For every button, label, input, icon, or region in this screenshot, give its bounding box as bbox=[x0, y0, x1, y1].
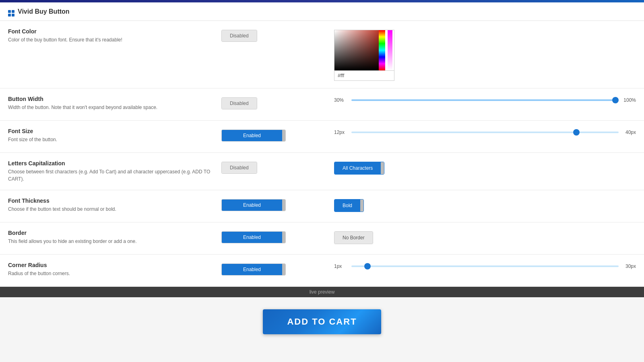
font-thickness-row: Font Thickness Choose if the button text… bbox=[0, 190, 644, 222]
preview-area: ADD TO CART bbox=[0, 297, 644, 346]
button-width-toggle[interactable]: Disabled bbox=[221, 97, 257, 109]
all-characters-toggle[interactable]: All Characters bbox=[334, 162, 384, 175]
letters-cap-desc: Choose between first characters (e.g. Ad… bbox=[8, 168, 221, 183]
button-width-min-label: 30% bbox=[334, 97, 348, 103]
border-label-area: Border This field allows you to hide an … bbox=[8, 230, 221, 245]
color-hex-input[interactable] bbox=[334, 70, 394, 80]
font-size-control: 12px 40px bbox=[334, 128, 636, 135]
preview-bar-label: live preview bbox=[310, 289, 335, 295]
font-thickness-label-area: Font Thickness Choose if the button text… bbox=[8, 197, 221, 213]
button-width-desc: Width of the button. Note that it won't … bbox=[8, 104, 221, 111]
bold-toggle[interactable]: Bold bbox=[334, 199, 364, 212]
font-thickness-control: Bold bbox=[334, 197, 636, 212]
bold-toggle-handle[interactable] bbox=[360, 200, 363, 212]
letters-cap-control: All Characters bbox=[334, 160, 636, 175]
color-alpha[interactable] bbox=[388, 30, 392, 70]
button-width-label: Button Width bbox=[8, 96, 221, 102]
font-thickness-toggle-handle[interactable] bbox=[282, 200, 285, 211]
color-picker[interactable] bbox=[334, 30, 394, 81]
border-enabled-option[interactable]: Enabled bbox=[222, 232, 282, 243]
corner-radius-toggle[interactable]: Enabled bbox=[221, 263, 286, 276]
font-size-row: Font Size Font size of the button. Enabl… bbox=[0, 121, 644, 153]
app-title: Vivid Buy Button bbox=[18, 8, 70, 15]
no-border-option[interactable]: No Border bbox=[334, 232, 373, 244]
button-width-slider[interactable] bbox=[351, 99, 619, 101]
add-to-cart-button[interactable]: ADD TO CART bbox=[263, 309, 381, 334]
button-width-control: 30% 100% bbox=[334, 96, 636, 103]
border-toggle-handle[interactable] bbox=[282, 232, 285, 243]
corner-radius-label: Corner Radius bbox=[8, 262, 221, 268]
button-width-toggle-container: Disabled bbox=[221, 96, 334, 109]
letters-cap-disabled-option[interactable]: Disabled bbox=[222, 162, 257, 173]
font-thickness-enabled-option[interactable]: Enabled bbox=[222, 200, 282, 211]
settings-panel: Font Color Color of the buy button font.… bbox=[0, 21, 644, 287]
preview-bar: live preview bbox=[0, 287, 644, 297]
corner-radius-slider-container: 1px 30px bbox=[334, 263, 636, 269]
button-width-slider-container: 30% 100% bbox=[334, 97, 636, 103]
header: Vivid Buy Button bbox=[0, 2, 644, 21]
border-toggle[interactable]: Enabled bbox=[221, 231, 286, 243]
border-label: Border bbox=[8, 230, 221, 236]
border-row: Border This field allows you to hide an … bbox=[0, 222, 644, 255]
color-gradient-area[interactable] bbox=[334, 30, 394, 70]
font-color-label: Font Color bbox=[8, 28, 221, 35]
button-width-max-label: 100% bbox=[622, 97, 636, 103]
corner-radius-row: Corner Radius Radius of the button corne… bbox=[0, 255, 644, 287]
corner-radius-enabled-option[interactable]: Enabled bbox=[222, 264, 282, 275]
font-size-desc: Font size of the button. bbox=[8, 136, 221, 143]
characters-toggle-handle[interactable] bbox=[381, 162, 384, 174]
font-size-label: Font Size bbox=[8, 128, 221, 134]
corner-radius-max-label: 30px bbox=[622, 263, 636, 269]
font-thickness-desc: Choose if the button text should be norm… bbox=[8, 206, 221, 213]
app-icon bbox=[8, 6, 14, 16]
font-size-toggle-handle[interactable] bbox=[282, 130, 285, 141]
font-color-desc: Color of the buy button font. Ensure tha… bbox=[8, 36, 221, 43]
no-border-toggle[interactable]: No Border bbox=[334, 231, 373, 244]
corner-radius-min-label: 1px bbox=[334, 263, 348, 269]
corner-radius-control: 1px 30px bbox=[334, 262, 636, 269]
corner-radius-toggle-container: Enabled bbox=[221, 262, 334, 276]
font-color-disabled-option[interactable]: Disabled bbox=[222, 30, 257, 41]
letters-cap-row: Letters Capitalization Choose between fi… bbox=[0, 153, 644, 190]
font-size-label-area: Font Size Font size of the button. bbox=[8, 128, 221, 143]
font-thickness-toggle-container: Enabled bbox=[221, 197, 334, 211]
font-size-enabled-option[interactable]: Enabled bbox=[222, 130, 282, 141]
font-size-min-label: 12px bbox=[334, 130, 348, 135]
font-size-toggle-container: Enabled bbox=[221, 128, 334, 142]
border-toggle-container: Enabled bbox=[221, 230, 334, 243]
font-color-control bbox=[334, 28, 636, 81]
font-color-toggle-container: Disabled bbox=[221, 28, 334, 42]
corner-radius-slider[interactable] bbox=[351, 265, 619, 267]
all-characters-option[interactable]: All Characters bbox=[334, 162, 381, 174]
font-color-row: Font Color Color of the buy button font.… bbox=[0, 21, 644, 88]
font-size-slider-container: 12px 40px bbox=[334, 130, 636, 135]
font-size-slider[interactable] bbox=[351, 132, 619, 133]
letters-cap-label-area: Letters Capitalization Choose between fi… bbox=[8, 160, 221, 183]
border-control: No Border bbox=[334, 230, 636, 244]
border-desc: This field allows you to hide an existin… bbox=[8, 238, 221, 245]
letters-cap-toggle-container: Disabled bbox=[221, 160, 334, 174]
button-width-label-area: Button Width Width of the button. Note t… bbox=[8, 96, 221, 111]
button-width-row: Button Width Width of the button. Note t… bbox=[0, 88, 644, 121]
color-spectrum[interactable] bbox=[379, 30, 385, 70]
font-thickness-toggle[interactable]: Enabled bbox=[221, 199, 286, 211]
corner-radius-desc: Radius of the button corners. bbox=[8, 270, 221, 277]
font-size-max-label: 40px bbox=[622, 130, 636, 135]
letters-cap-toggle[interactable]: Disabled bbox=[221, 162, 257, 174]
button-width-disabled-option[interactable]: Disabled bbox=[222, 98, 257, 109]
corner-radius-toggle-handle[interactable] bbox=[282, 264, 285, 275]
color-gradient-main bbox=[334, 30, 379, 70]
font-thickness-label: Font Thickness bbox=[8, 197, 221, 204]
font-color-label-area: Font Color Color of the buy button font.… bbox=[8, 28, 221, 43]
letters-cap-label: Letters Capitalization bbox=[8, 160, 221, 167]
corner-radius-label-area: Corner Radius Radius of the button corne… bbox=[8, 262, 221, 277]
font-color-toggle[interactable]: Disabled bbox=[221, 30, 257, 42]
font-size-toggle[interactable]: Enabled bbox=[221, 130, 286, 142]
bold-option[interactable]: Bold bbox=[334, 200, 360, 212]
